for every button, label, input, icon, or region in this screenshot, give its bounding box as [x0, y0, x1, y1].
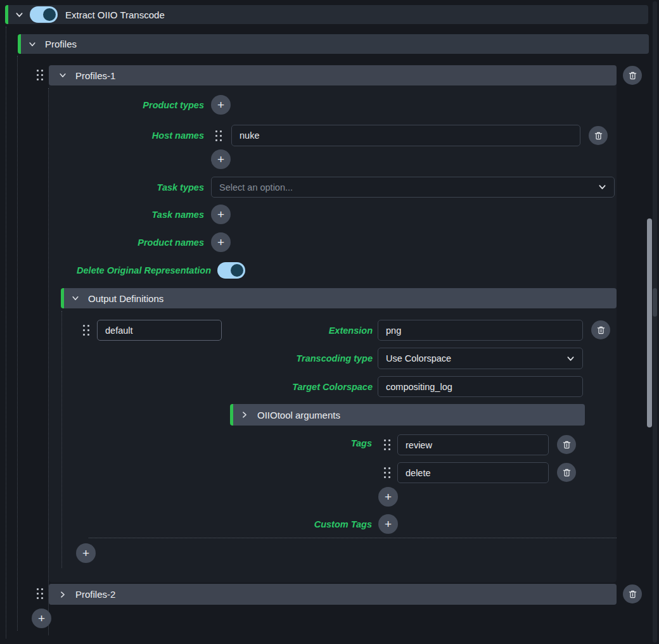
task-types-label: Task types — [157, 182, 204, 193]
target-colorspace-label: Target Colorspace — [292, 381, 373, 393]
add-product-name-button[interactable]: + — [211, 232, 231, 252]
transcoding-type-label: Transcoding type — [296, 353, 373, 364]
task-names-label: Task names — [152, 209, 204, 220]
extension-input[interactable] — [378, 320, 583, 341]
item-header-profiles-1[interactable]: Profiles-1 — [49, 65, 617, 85]
drag-handle-icon[interactable] — [384, 467, 390, 478]
settings-screen: Extract OIIO Transcode Profiles Profiles… — [0, 0, 659, 644]
product-names-label: Product names — [138, 237, 204, 248]
drag-handle-icon[interactable] — [37, 70, 43, 80]
plus-icon: + — [217, 208, 224, 220]
profile-2-name: Profiles-2 — [75, 589, 115, 600]
plus-icon: + — [385, 491, 392, 503]
list-separator — [89, 538, 617, 538]
drag-handle-icon[interactable] — [83, 325, 89, 336]
toggle-knob-icon — [43, 8, 56, 21]
chevron-right-icon[interactable] — [240, 410, 249, 419]
add-host-name-button[interactable]: + — [211, 149, 231, 169]
profile-1-name: Profiles-1 — [75, 70, 115, 81]
oiiotool-arguments-label: OIIOtool arguments — [257, 410, 340, 420]
plugin-enabled-toggle[interactable] — [30, 6, 58, 23]
toggle-knob-icon — [231, 264, 243, 277]
delete-profile-1-button[interactable] — [623, 66, 642, 85]
add-custom-tag-button[interactable]: + — [378, 514, 398, 534]
drag-handle-icon[interactable] — [37, 588, 43, 599]
add-task-name-button[interactable]: + — [211, 205, 231, 224]
task-types-placeholder: Select an option... — [219, 182, 293, 193]
add-profile-button[interactable]: + — [32, 609, 51, 628]
inner-scrollbar-thumb[interactable] — [647, 218, 652, 427]
section-header-extract-oiio-transcode[interactable]: Extract OIIO Transcode — [5, 5, 648, 24]
tags-label: Tags — [351, 438, 372, 449]
plus-icon: + — [217, 236, 224, 248]
trash-icon — [628, 590, 637, 599]
nesting-guide-output-definitions — [61, 311, 62, 568]
delete-output-definition-button[interactable] — [591, 320, 610, 339]
add-output-definition-button[interactable]: + — [76, 543, 96, 563]
add-tag-button[interactable]: + — [378, 487, 398, 507]
extension-label: Extension — [329, 325, 373, 336]
chevron-down-icon[interactable] — [58, 71, 67, 80]
product-types-label: Product types — [143, 99, 204, 111]
chevron-right-icon[interactable] — [58, 590, 67, 599]
trash-icon — [562, 468, 572, 477]
delete-host-name-button[interactable] — [589, 126, 608, 145]
drag-handle-icon[interactable] — [215, 130, 222, 141]
chevron-down-icon — [598, 183, 606, 191]
transcoding-type-value: Use Colorspace — [386, 353, 451, 363]
tag-input[interactable] — [397, 462, 549, 483]
item-header-profiles-2[interactable]: Profiles-2 — [49, 584, 617, 605]
trash-icon — [562, 440, 572, 450]
chevron-down-icon[interactable] — [15, 10, 23, 19]
delete-tag-button[interactable] — [557, 463, 576, 482]
task-types-dropdown[interactable]: Select an option... — [211, 177, 615, 198]
plus-icon: + — [38, 612, 45, 624]
host-names-label: Host names — [152, 130, 204, 141]
transcoding-type-dropdown[interactable]: Use Colorspace — [378, 348, 583, 369]
target-colorspace-input[interactable] — [378, 376, 583, 397]
plus-icon: + — [82, 547, 89, 559]
section-header-profiles[interactable]: Profiles — [18, 34, 649, 54]
tag-input[interactable] — [397, 434, 549, 455]
plus-icon: + — [217, 153, 224, 165]
output-definitions-label: Output Definitions — [88, 293, 163, 304]
plus-icon: + — [217, 99, 224, 111]
plugin-title: Extract OIIO Transcode — [65, 9, 165, 20]
trash-icon — [594, 131, 603, 141]
delete-original-representation-label: Delete Original Representation — [77, 265, 211, 276]
nesting-guide-root — [6, 27, 6, 638]
plus-icon: + — [385, 518, 392, 530]
drag-handle-icon[interactable] — [384, 439, 390, 450]
chevron-down-icon[interactable] — [28, 40, 37, 49]
chevron-down-icon[interactable] — [71, 294, 80, 303]
profiles-section-label: Profiles — [45, 39, 77, 49]
chevron-down-icon — [566, 355, 575, 363]
delete-tag-button[interactable] — [557, 435, 576, 454]
trash-icon — [628, 71, 637, 80]
outer-scrollbar-track[interactable] — [653, 1, 657, 643]
host-name-input[interactable] — [231, 125, 580, 146]
section-header-output-definitions[interactable]: Output Definitions — [61, 288, 617, 308]
trash-icon — [596, 325, 606, 335]
delete-profile-2-button[interactable] — [623, 584, 642, 603]
section-header-oiiotool-arguments[interactable]: OIIOtool arguments — [230, 404, 585, 426]
delete-original-representation-toggle[interactable] — [217, 262, 245, 279]
outer-scrollbar-thumb[interactable] — [653, 288, 657, 317]
nesting-guide-profiles — [17, 56, 18, 631]
add-product-type-button[interactable]: + — [211, 95, 231, 115]
custom-tags-label: Custom Tags — [314, 519, 372, 530]
output-definition-name-input[interactable] — [97, 320, 222, 341]
